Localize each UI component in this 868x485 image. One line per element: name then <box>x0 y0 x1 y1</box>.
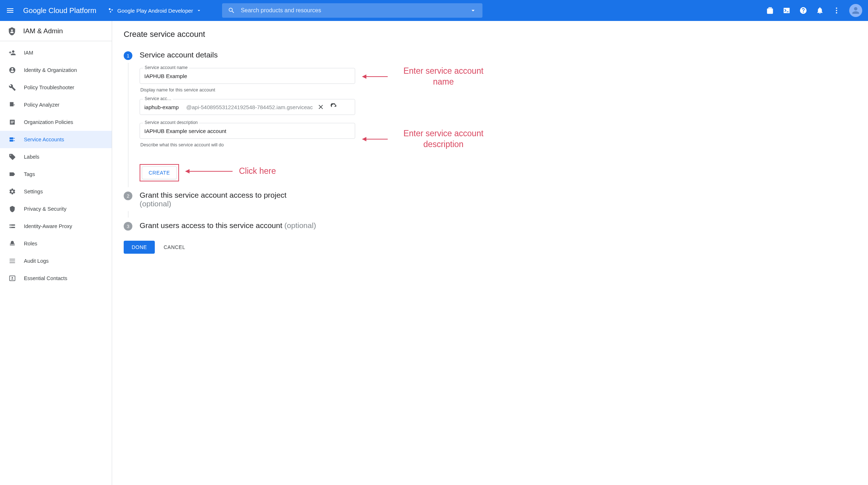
service-account-name-field: Service account name <box>140 68 355 84</box>
done-button[interactable]: DONE <box>124 241 155 254</box>
annotation-name: Enter service account name <box>362 66 494 87</box>
cloud-shell-icon[interactable] <box>783 7 791 14</box>
iap-icon <box>9 223 16 230</box>
clear-icon[interactable] <box>316 102 326 112</box>
svg-rect-11 <box>10 227 15 228</box>
search-box[interactable] <box>222 3 482 18</box>
field-label: Service account description <box>143 120 199 125</box>
gear-icon <box>9 188 16 195</box>
cancel-button[interactable]: CANCEL <box>163 244 185 250</box>
nav-item-policy-analyzer[interactable]: Policy Analyzer <box>0 96 112 113</box>
tag-icon <box>9 153 16 160</box>
create-button-highlight: CREATE <box>140 164 179 181</box>
label-icon <box>9 171 16 178</box>
hamburger-menu-icon[interactable] <box>6 6 14 15</box>
service-account-id-input[interactable] <box>144 104 183 110</box>
service-account-description-field: Service account description <box>140 123 355 139</box>
nav-item-service-accounts[interactable]: Service Accounts <box>0 131 112 148</box>
field-label: Service account name <box>143 65 189 70</box>
nav-item-roles[interactable]: Roles <box>0 235 112 252</box>
svg-point-15 <box>12 277 13 279</box>
desc-help-text: Describe what this service account will … <box>140 140 355 154</box>
nav-item-identity-org[interactable]: Identity & Organization <box>0 61 112 79</box>
contacts-icon <box>9 275 16 282</box>
step-1: 1 Service account details <box>124 51 355 60</box>
step-2: 2 Grant this service account access to p… <box>124 191 355 208</box>
gift-icon[interactable] <box>766 7 774 14</box>
step-1-number: 1 <box>124 51 132 60</box>
nav-item-org-policies[interactable]: Organization Policies <box>0 113 112 131</box>
list-icon <box>9 257 16 265</box>
service-account-icon <box>9 136 16 143</box>
help-icon[interactable] <box>799 7 807 14</box>
nav-label: Privacy & Security <box>24 206 67 212</box>
svg-point-5 <box>836 12 837 14</box>
search-icon <box>228 7 235 14</box>
nav-item-policy-troubleshooter[interactable]: Policy Troubleshooter <box>0 79 112 96</box>
field-label: Service acc… <box>143 96 173 101</box>
sidebar: IAM & Admin IAM Identity & Organization … <box>0 21 112 485</box>
project-name: Google Play Android Developer <box>117 8 193 14</box>
svg-point-1 <box>112 9 113 11</box>
nav-label: Identity & Organization <box>24 67 77 73</box>
nav-label: Audit Logs <box>24 258 49 264</box>
shield-icon <box>9 205 16 213</box>
header-actions <box>757 4 862 17</box>
nav-label: IAM <box>24 50 33 56</box>
nav-label: Service Accounts <box>24 137 64 142</box>
nav-label: Settings <box>24 189 43 194</box>
sidebar-header: IAM & Admin <box>0 21 112 41</box>
service-account-name-input[interactable] <box>144 73 350 79</box>
nav-label: Tags <box>24 171 35 177</box>
step-3-title: Grant users access to this service accou… <box>140 221 355 230</box>
nav-label: Identity-Aware Proxy <box>24 223 72 229</box>
service-account-description-input[interactable] <box>144 128 350 134</box>
top-header: Google Cloud Platform Google Play Androi… <box>0 0 868 21</box>
svg-point-4 <box>836 10 837 11</box>
step-2-title: Grant this service account access to pro… <box>140 191 355 208</box>
chevron-down-icon[interactable] <box>469 7 477 14</box>
project-selector[interactable]: Google Play Android Developer <box>108 7 201 14</box>
svg-point-6 <box>11 29 13 31</box>
svg-point-0 <box>109 8 111 10</box>
annotation-arrow <box>186 171 233 172</box>
svg-point-2 <box>110 11 111 13</box>
svg-rect-10 <box>10 224 15 226</box>
more-vert-icon[interactable] <box>833 7 841 14</box>
nav-item-audit-logs[interactable]: Audit Logs <box>0 252 112 270</box>
annotation-create: Click here <box>239 166 276 177</box>
nav-item-iam[interactable]: IAM <box>0 44 112 61</box>
nav-item-tags[interactable]: Tags <box>0 166 112 183</box>
annotation-description: Enter service account description <box>362 128 494 150</box>
chevron-down-icon <box>196 8 202 13</box>
nav-item-iap[interactable]: Identity-Aware Proxy <box>0 218 112 235</box>
refresh-icon[interactable] <box>329 102 339 112</box>
step-2-number: 2 <box>124 192 132 200</box>
nav-label: Labels <box>24 154 39 160</box>
page-title: Create service account <box>124 30 856 39</box>
svg-rect-8 <box>11 122 14 122</box>
account-circle-icon <box>9 66 16 74</box>
nav-label: Roles <box>24 241 37 246</box>
nav-item-privacy-security[interactable]: Privacy & Security <box>0 200 112 218</box>
policy-analyzer-icon <box>9 101 16 108</box>
svg-rect-9 <box>11 123 13 123</box>
person-add-icon <box>9 49 16 56</box>
create-button[interactable]: CREATE <box>142 166 177 179</box>
search-input[interactable] <box>241 7 464 14</box>
notifications-icon[interactable] <box>816 7 824 14</box>
nav-label: Essential Contacts <box>24 275 67 281</box>
step-3: 3 Grant users access to this service acc… <box>124 221 355 231</box>
nav-item-essential-contacts[interactable]: Essential Contacts <box>0 270 112 287</box>
hat-icon <box>9 240 16 247</box>
svg-point-13 <box>10 227 11 228</box>
annotation-arrow <box>362 76 388 77</box>
nav: IAM Identity & Organization Policy Troub… <box>0 41 112 287</box>
avatar[interactable] <box>849 4 862 17</box>
nav-item-labels[interactable]: Labels <box>0 148 112 166</box>
document-icon <box>9 119 16 126</box>
nav-label: Organization Policies <box>24 119 73 125</box>
sidebar-title: IAM & Admin <box>23 27 63 35</box>
logo[interactable]: Google Cloud Platform <box>23 7 96 15</box>
nav-item-settings[interactable]: Settings <box>0 183 112 200</box>
